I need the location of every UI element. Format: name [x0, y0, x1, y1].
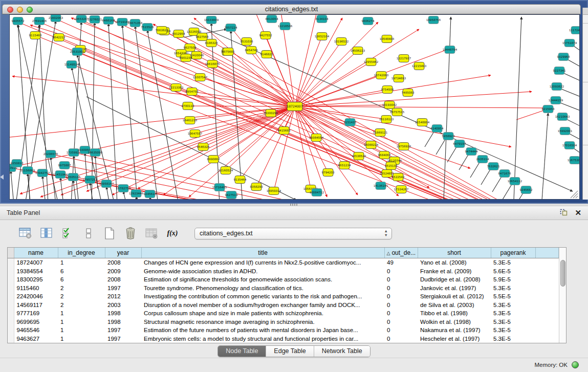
graph-node[interactable]: 8642212 [53, 34, 66, 41]
graph-node[interactable]: 8215958 [542, 105, 555, 113]
table-source-selector[interactable]: citations_edges.txt ▲▼ [194, 228, 392, 239]
graph-node[interactable]: 18757515 [390, 108, 405, 116]
graph-node[interactable]: 16782759 [116, 185, 131, 192]
delete-column-icon[interactable] [123, 226, 138, 240]
table-row[interactable]: 1830029562008Estimation of significance … [8, 275, 558, 283]
graph-node[interactable]: 9684067 [378, 151, 391, 159]
graph-node[interactable]: 14506223 [351, 47, 365, 55]
graph-node[interactable]: 19384554 [309, 134, 324, 142]
show-column-icon[interactable] [39, 226, 54, 240]
graph-node[interactable]: 9227341 [553, 67, 566, 75]
graph-node[interactable]: 10742060 [374, 72, 389, 79]
column-header-year[interactable]: year [105, 248, 141, 258]
graph-node[interactable]: 16671358 [128, 19, 143, 27]
table-row[interactable]: 1938455462009Genome-wide association stu… [8, 267, 558, 275]
graph-node[interactable]: 8954750 [186, 88, 199, 96]
graph-node[interactable]: 2935114 [476, 156, 489, 163]
graph-node[interactable]: 27691406 [32, 17, 47, 25]
graph-node[interactable]: 9780110 [182, 102, 194, 110]
table-row[interactable]: 946362711997Embryonic stem cells: a mode… [8, 334, 558, 343]
table-vertical-scrollbar[interactable] [559, 248, 567, 343]
graph-node[interactable]: 8990862 [207, 156, 220, 163]
column-header-gutter[interactable] [8, 248, 14, 258]
column-header-pagerank[interactable]: pagerank [491, 248, 535, 258]
graph-node[interactable]: 9546326 [197, 143, 210, 151]
memory-status-indicator[interactable] [572, 361, 579, 368]
graph-node[interactable]: 8651234 [338, 162, 351, 169]
tab-network-table[interactable]: Network Table [314, 346, 370, 357]
canvas-resize-grip-icon[interactable] [571, 191, 578, 198]
column-header-name[interactable]: name [14, 248, 58, 258]
graph-node[interactable]: 15276021 [88, 16, 102, 24]
graph-node[interactable]: 7632621 [487, 163, 500, 170]
graph-node[interactable]: 12217937 [397, 55, 411, 62]
graph-node[interactable]: 15716485 [212, 184, 227, 191]
graph-node[interactable]: 9975887 [58, 162, 71, 169]
graph-node[interactable]: 9350810 [11, 160, 24, 167]
graph-node[interactable]: 15149534 [64, 61, 79, 69]
table-row[interactable]: 2242004622012Investigating the contribut… [8, 292, 558, 300]
table-settings-icon[interactable] [18, 226, 33, 240]
graph-node[interactable]: 20206576 [43, 150, 58, 158]
graph-node[interactable]: 9135464 [234, 176, 247, 184]
column-header-in_degree[interactable]: in_degree [58, 248, 105, 258]
graph-node[interactable]: 11675309 [568, 157, 579, 164]
graph-node[interactable]: 9151435 [344, 119, 357, 126]
tab-edge-table[interactable]: Edge Table [266, 346, 313, 357]
graph-node[interactable]: 9474444 [465, 148, 478, 156]
graph-node[interactable]: 12955462 [364, 58, 378, 66]
graph-node[interactable]: 7485083 [402, 89, 415, 97]
graph-node[interactable]: 13942757 [35, 169, 50, 177]
graph-node[interactable]: 8358290 [250, 183, 263, 191]
graph-node[interactable]: 15538520 [352, 152, 366, 160]
graph-node[interactable]: 18635090 [88, 149, 103, 157]
graph-node[interactable]: 16088224 [364, 141, 379, 149]
graph-node[interactable]: 8912954 [172, 30, 185, 38]
graph-node[interactable]: 7663822 [156, 27, 168, 34]
graph-node[interactable]: 8471676 [498, 170, 511, 178]
graph-node[interactable]: 19734693 [391, 75, 406, 82]
graph-node[interactable]: 12218506 [278, 23, 293, 30]
graph-node[interactable]: 16033809 [204, 16, 219, 24]
graph-node[interactable]: 1522542 [392, 173, 405, 181]
citation-network-graph[interactable]: 1872400795310367902712166168751100754789… [10, 15, 579, 199]
graph-node[interactable]: 8813054 [266, 15, 278, 23]
graph-node[interactable]: 11007547 [193, 74, 208, 81]
graph-node[interactable]: 9806274 [362, 17, 375, 25]
graph-node[interactable]: 9146821 [260, 51, 273, 58]
graph-node[interactable]: 16210643 [555, 113, 570, 121]
graph-node[interactable]: 15751874 [562, 39, 577, 47]
network-canvas[interactable]: 1872400795310367902712166168751100754789… [9, 14, 580, 200]
graph-node[interactable]: 12213383 [169, 84, 184, 92]
graph-node[interactable]: 9245652 [520, 186, 533, 194]
column-header-title[interactable]: title [141, 248, 384, 258]
column-header-short[interactable]: short [418, 248, 491, 258]
graph-node[interactable]: 9794203 [322, 169, 335, 177]
graph-node[interactable]: 11172482 [569, 27, 579, 34]
column-header-out_de[interactable]: △out_de... [384, 248, 418, 258]
graph-node[interactable]: 9754506 [381, 86, 394, 94]
graph-node[interactable]: 10193042 [382, 101, 397, 109]
graph-node[interactable]: 17334267 [394, 186, 409, 193]
graph-node[interactable]: 9405572 [12, 17, 25, 25]
graph-node[interactable]: 8186328 [205, 39, 218, 47]
unselect-all-icon[interactable] [81, 226, 96, 240]
graph-node[interactable]: 18724007 [287, 102, 303, 111]
graph-node[interactable]: 5958923 [442, 133, 455, 140]
graph-node[interactable]: 6466160 [102, 17, 115, 25]
graph-node[interactable]: 11869121 [373, 129, 388, 137]
graph-node[interactable]: 9115460 [29, 32, 42, 39]
graph-node[interactable]: 10548408 [380, 35, 395, 43]
graph-node[interactable]: 10084712 [310, 189, 324, 196]
table-row[interactable]: 946554611997Estimation of the future num… [8, 326, 558, 334]
graph-node[interactable]: 12652104 [315, 33, 330, 40]
graph-node[interactable]: 9875685 [222, 48, 235, 56]
column-header-gutter[interactable] [535, 248, 558, 258]
graph-node[interactable]: 9427519 [225, 191, 238, 199]
float-panel-icon[interactable] [560, 209, 568, 216]
graph-node[interactable]: 9427552 [259, 32, 272, 39]
graph-node[interactable]: 10647557 [188, 130, 203, 138]
graph-node[interactable]: 9415683 [278, 127, 291, 135]
graph-node[interactable]: 1615132 [385, 162, 398, 170]
graph-node[interactable]: 11548804 [415, 119, 430, 126]
